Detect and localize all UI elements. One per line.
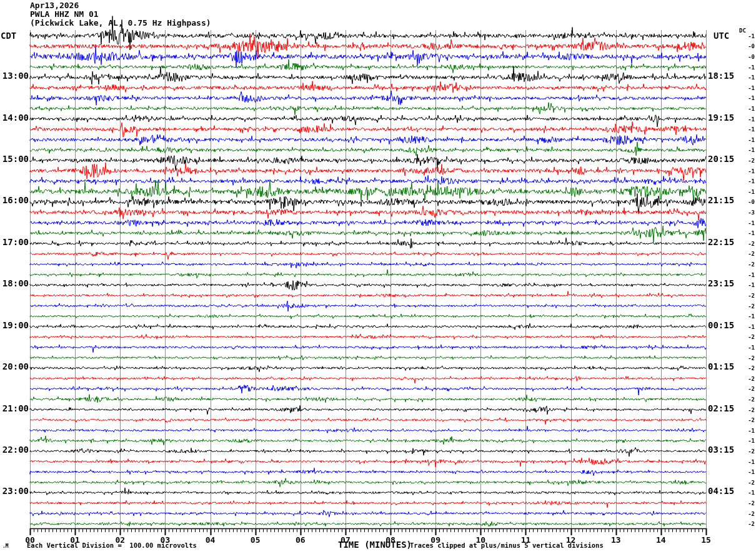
dc-value: -0 [741,54,755,60]
dc-value: -1 [741,126,755,133]
dc-value: -2 [741,293,755,299]
dc-value: -1 [741,95,755,101]
cdt-time-label: 16:00 [0,196,29,205]
dc-value: -2 [741,521,755,527]
dc-value: -2 [741,365,755,371]
dc-value: -2 [741,158,755,164]
dc-value: -2 [741,376,755,382]
seismogram-plot [0,0,756,554]
dc-value: -2 [741,417,755,423]
dc-value: -1 [741,116,755,123]
dc-value: -1 [741,313,755,320]
dc-value: -2 [741,396,755,403]
x-tick-label: 14 [651,535,671,545]
right-timezone-header: UTC [714,31,729,41]
cdt-time-label: 21:00 [0,404,29,413]
dc-value: -1 [741,282,755,288]
dc-value: -1 [741,324,755,330]
plot-date: Apr13,2026 [30,1,79,10]
dc-value: -1 [741,469,755,475]
dc-value: -2 [741,334,755,340]
x-tick-label: 13 [606,535,626,545]
cdt-time-label: 20:00 [0,362,29,371]
dc-value: -1 [741,189,755,195]
dc-value: -2 [741,386,755,392]
station-subtitle: (Pickwick Lake, AL, 0.75 Hz Highpass) [30,19,211,28]
utc-time-label: 20:15 [708,154,745,164]
utc-time-label: 18:15 [708,71,745,81]
utc-time-label: 23:15 [708,279,745,288]
utc-time-label: 04:15 [708,486,745,496]
dc-value: -2 [741,511,755,517]
dc-value: -2 [741,407,755,413]
dc-value: -1 [741,33,755,39]
dc-value: -2 [741,480,755,486]
utc-time-label: 03:15 [708,445,745,455]
dc-value: -1 [741,220,755,226]
utc-time-label: 21:15 [708,196,745,205]
cdt-time-label: 15:00 [0,154,29,164]
x-tick-label: 04 [201,535,221,545]
scale-note: Each Vertical Division = 100.00 microvol… [27,541,197,549]
utc-time-label: 00:15 [708,321,745,330]
utc-time-label: 19:15 [708,113,745,123]
dc-value: -2 [741,303,755,310]
dc-value: -1 [741,230,755,236]
dc-value: -1 [741,345,755,351]
dc-value: -1 [741,178,755,184]
x-tick-label: 15 [696,535,716,545]
utc-time-label: 22:15 [708,238,745,247]
cdt-time-label: 23:00 [0,486,29,496]
dc-value: -0 [741,43,755,49]
dc-value: -1 [741,106,755,112]
cdt-time-label: 13:00 [0,71,29,81]
dc-value: -1 [741,272,755,278]
cdt-time-label: 18:00 [0,279,29,288]
dc-value: -2 [741,500,755,506]
dc-value: -1 [741,137,755,143]
cdt-time-label: 22:00 [0,445,29,455]
helicorder-page: { "header": { "date": "Apr13,2026", "sta… [0,0,756,554]
corner-mark: .M [2,543,9,549]
x-tick-label: 05 [246,535,266,545]
dc-value: -1 [741,438,755,444]
dc-value: -2 [741,261,755,268]
x-tick-label: 06 [291,535,311,545]
dc-value: -0 [741,199,755,205]
dc-value: -1 [741,147,755,153]
cdt-time-label: 14:00 [0,113,29,123]
dc-value: -3 [741,209,755,216]
utc-time-label: 02:15 [708,404,745,413]
station-id: PWLA HHZ NM 01 [30,10,99,19]
dc-value: -2 [741,355,755,361]
dc-value: -1 [741,64,755,71]
clip-note: Traces clipped at plus/minus 5 vertical … [410,541,604,549]
dc-value: -1 [741,428,755,434]
dc-value: -2 [741,251,755,257]
left-timezone-header: CDT [1,31,16,41]
dc-value: -2 [741,448,755,455]
utc-time-label: 01:15 [708,362,745,371]
dc-value: -1 [741,85,755,91]
cdt-time-label: 19:00 [0,321,29,330]
cdt-time-label: 17:00 [0,238,29,247]
dc-value: -1 [741,168,755,174]
dc-value: -1 [741,490,755,496]
dc-value: -1 [741,459,755,465]
dc-value: -2 [741,241,755,247]
dc-value: -1 [741,74,755,81]
